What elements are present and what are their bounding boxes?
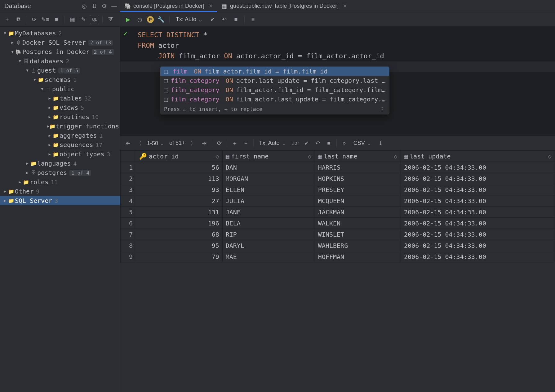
tx-mode-selector[interactable]: Tx: Auto ⌄ bbox=[173, 16, 205, 23]
editor-tab[interactable]: 🐘 console [Postgres in Docker] ✕ bbox=[120, 0, 217, 12]
tree-item[interactable]: ▶📁aggregates1 bbox=[0, 131, 120, 140]
commit-button[interactable]: ✔ bbox=[208, 15, 217, 24]
page-next-button[interactable]: 〉 bbox=[189, 139, 198, 148]
history-button[interactable]: ◷ bbox=[135, 15, 144, 24]
tree-item[interactable]: ▶📁views5 bbox=[0, 103, 120, 112]
tree-item[interactable]: ▶📁SQL Server3 bbox=[0, 196, 120, 205]
table-row[interactable]: 4 27 JULIA MCQUEEN 2006-02-15 04:34:33.0… bbox=[121, 195, 555, 207]
database-tree[interactable]: ▼📁MyDatabases2▶🛢Docker SQL Server2 of 13… bbox=[0, 27, 120, 392]
tree-item[interactable]: ▶📁routines10 bbox=[0, 112, 120, 122]
close-tab-icon[interactable]: ✕ bbox=[343, 3, 347, 9]
rollback-button[interactable]: ↶ bbox=[220, 15, 229, 24]
cell-first-name[interactable]: DARYL bbox=[222, 240, 315, 251]
remove-row-button[interactable]: － bbox=[242, 139, 250, 148]
tree-item[interactable]: ▼📁MyDatabases2 bbox=[0, 29, 120, 38]
cell-actor-id[interactable]: 56 bbox=[136, 162, 223, 173]
cell-last-update[interactable]: 2006-02-15 04:34:33.00 bbox=[401, 195, 555, 207]
cell-first-name[interactable]: BELA bbox=[222, 218, 315, 229]
cell-last-update[interactable]: 2006-02-15 04:34:33.00 bbox=[401, 229, 555, 240]
cell-actor-id[interactable]: 95 bbox=[136, 240, 223, 251]
cell-last-name[interactable]: PRESLEY bbox=[315, 184, 401, 195]
tree-item[interactable]: ▼🗄guest1 of 5 bbox=[0, 66, 120, 75]
rollback-results-button[interactable]: ↶ bbox=[313, 139, 322, 148]
cell-first-name[interactable]: MAE bbox=[222, 251, 315, 262]
target-icon[interactable]: ◎ bbox=[82, 3, 87, 10]
sort-icon[interactable]: ◇ bbox=[215, 153, 219, 160]
column-header[interactable]: ▦last_update◇ bbox=[401, 151, 555, 162]
tree-item[interactable]: ▶🛢Docker SQL Server2 of 13 bbox=[0, 38, 120, 47]
db-upload-icon[interactable]: DB↑ bbox=[291, 139, 300, 148]
table-row[interactable]: 7 68 RIP WINSLET 2006-02-15 04:34:33.00 bbox=[121, 229, 555, 240]
add-row-button[interactable]: ＋ bbox=[230, 139, 239, 148]
output-layout-button[interactable]: ≡ bbox=[248, 15, 258, 24]
cell-first-name[interactable]: JANE bbox=[222, 207, 315, 218]
tree-item[interactable]: ▶🗄postgres1 of 4 bbox=[0, 168, 120, 177]
tree-item[interactable]: ▶📁roles11 bbox=[0, 177, 120, 187]
cell-actor-id[interactable]: 79 bbox=[136, 251, 223, 262]
wrench-icon[interactable]: 🔧 bbox=[156, 15, 166, 24]
cell-last-name[interactable]: HARRIS bbox=[315, 162, 401, 173]
results-table[interactable]: 🔑actor_id◇▦first_name◇▦last_name◇▦last_u… bbox=[120, 150, 555, 262]
run-button[interactable]: ▶ bbox=[123, 15, 133, 24]
hide-icon[interactable]: — bbox=[111, 3, 117, 9]
cell-first-name[interactable]: DAN bbox=[222, 162, 315, 173]
table-row[interactable]: 9 79 MAE HOFFMAN 2006-02-15 04:34:33.00 bbox=[121, 251, 555, 262]
cell-actor-id[interactable]: 68 bbox=[136, 229, 223, 240]
table-row[interactable]: 6 196 BELA WALKEN 2006-02-15 04:34:33.00 bbox=[121, 218, 555, 229]
page-range[interactable]: 1-50 ⌄ bbox=[146, 140, 166, 147]
editor-tab[interactable]: ▦ guest.public.new_table [Postgres in Do… bbox=[217, 0, 351, 12]
cell-last-name[interactable]: HOPKINS bbox=[315, 173, 401, 184]
reload-button[interactable]: ⟳ bbox=[215, 139, 224, 148]
cell-last-update[interactable]: 2006-02-15 04:34:33.00 bbox=[401, 218, 555, 229]
tree-item[interactable]: ▶📁Other9 bbox=[0, 187, 120, 196]
sort-icon[interactable]: ◇ bbox=[548, 153, 552, 160]
refresh-button[interactable]: ⟳ bbox=[29, 15, 39, 24]
tree-item[interactable]: ▼⬚public bbox=[0, 84, 120, 94]
explain-plan-button[interactable]: P bbox=[147, 16, 154, 23]
completion-item[interactable]: ⬚film_category ON film_actor.film_id = f… bbox=[160, 85, 389, 95]
tree-item[interactable]: ▶📁sequences17 bbox=[0, 140, 120, 149]
completion-item[interactable]: ⬚film ON film_actor.film_id = film.film_… bbox=[160, 67, 389, 76]
tree-item[interactable]: ▼🗄databases2 bbox=[0, 56, 120, 66]
cell-first-name[interactable]: JULIA bbox=[222, 195, 315, 207]
tree-item[interactable]: ▼📁schemas1 bbox=[0, 75, 120, 84]
cell-last-update[interactable]: 2006-02-15 04:34:33.00 bbox=[401, 162, 555, 173]
collapse-icon[interactable]: ⇊ bbox=[91, 3, 97, 10]
table-row[interactable]: 5 131 JANE JACKMAN 2006-02-15 04:34:33.0… bbox=[121, 207, 555, 218]
tree-item[interactable]: ▶📁object types3 bbox=[0, 149, 120, 159]
column-header[interactable]: 🔑actor_id◇ bbox=[136, 151, 223, 162]
cell-last-update[interactable]: 2006-02-15 04:34:33.00 bbox=[401, 251, 555, 262]
stop-query-button[interactable]: ■ bbox=[231, 15, 241, 24]
table-row[interactable]: 8 95 DARYL WAHLBERG 2006-02-15 04:34:33.… bbox=[121, 240, 555, 251]
settings-icon[interactable]: ⚙ bbox=[101, 3, 107, 10]
column-header[interactable]: ▦first_name◇ bbox=[222, 151, 315, 162]
sql-button[interactable]: QL bbox=[90, 15, 99, 24]
table-row[interactable]: 3 93 ELLEN PRESLEY 2006-02-15 04:34:33.0… bbox=[121, 184, 555, 195]
completion-item[interactable]: ⬚film_category ON film_actor.last_update… bbox=[160, 95, 389, 104]
cell-last-update[interactable]: 2006-02-15 04:34:33.00 bbox=[401, 184, 555, 195]
cell-last-name[interactable]: MCQUEEN bbox=[315, 195, 401, 207]
tree-item[interactable]: ▶📁tables32 bbox=[0, 94, 120, 103]
cell-first-name[interactable]: RIP bbox=[222, 229, 315, 240]
diff-button[interactable]: ✎≡ bbox=[41, 15, 50, 24]
add-datasource-button[interactable]: ＋ bbox=[2, 15, 12, 24]
duplicate-button[interactable]: ⧉ bbox=[14, 15, 23, 24]
stop-results-button[interactable]: ■ bbox=[325, 139, 333, 148]
cell-first-name[interactable]: ELLEN bbox=[222, 184, 315, 195]
sql-editor[interactable]: ✔ SELECT DISTINCT *FROM actor JOIN film_… bbox=[120, 27, 555, 136]
completion-popup[interactable]: ⬚film ON film_actor.film_id = film.film_… bbox=[160, 66, 389, 114]
sort-icon[interactable]: ◇ bbox=[394, 153, 397, 160]
cell-last-update[interactable]: 2006-02-15 04:34:33.00 bbox=[401, 240, 555, 251]
page-first-button[interactable]: ⇤ bbox=[123, 139, 132, 148]
cell-last-name[interactable]: JACKMAN bbox=[315, 207, 401, 218]
column-header[interactable]: ▦last_name◇ bbox=[315, 151, 401, 162]
table-view-button[interactable]: ▦ bbox=[68, 15, 77, 24]
run-gutter-icon[interactable]: ✔ bbox=[123, 30, 127, 37]
more-icon[interactable]: ⋮ bbox=[380, 106, 385, 112]
tree-item[interactable]: ▶📁trigger functions bbox=[0, 122, 120, 131]
cell-actor-id[interactable]: 113 bbox=[136, 173, 223, 184]
download-button[interactable]: ⤓ bbox=[376, 139, 385, 148]
export-format-selector[interactable]: CSV ⌄ bbox=[351, 140, 374, 147]
cell-actor-id[interactable]: 131 bbox=[136, 207, 223, 218]
more-results-icon[interactable]: » bbox=[340, 139, 349, 148]
